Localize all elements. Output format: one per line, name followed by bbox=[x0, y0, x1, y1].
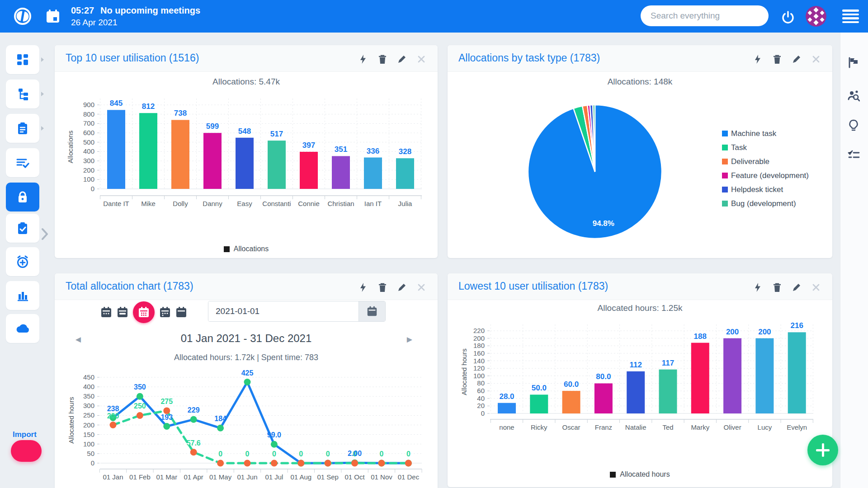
date-picker-button[interactable] bbox=[359, 301, 385, 321]
close-icon[interactable] bbox=[811, 54, 821, 65]
pie-legend-item[interactable]: Machine task bbox=[722, 127, 809, 141]
chart-legend[interactable]: Allocated hours bbox=[448, 470, 832, 479]
chart-subtitle: Allocations: 5.47k bbox=[55, 77, 438, 87]
svg-text:0: 0 bbox=[91, 185, 94, 192]
delete-trash-icon[interactable] bbox=[377, 282, 388, 293]
preset-calendar-quarter-icon[interactable] bbox=[158, 305, 172, 319]
sidebar-item-security-lock[interactable] bbox=[6, 183, 39, 211]
dashboard-grid-icon bbox=[16, 53, 29, 66]
edit-pencil-icon[interactable] bbox=[791, 54, 802, 65]
svg-text:180: 180 bbox=[473, 342, 485, 349]
svg-text:Julia: Julia bbox=[398, 200, 413, 207]
edit-pencil-icon[interactable] bbox=[396, 282, 407, 293]
svg-text:Mike: Mike bbox=[141, 200, 156, 207]
power-icon[interactable] bbox=[781, 10, 795, 24]
svg-text:350: 350 bbox=[83, 392, 94, 400]
svg-text:112: 112 bbox=[629, 361, 642, 369]
date-input[interactable] bbox=[208, 301, 359, 321]
svg-text:Franz: Franz bbox=[595, 423, 612, 431]
todo-tool-button[interactable] bbox=[844, 145, 863, 164]
svg-text:117: 117 bbox=[662, 359, 674, 367]
svg-text:01 Oct: 01 Oct bbox=[345, 473, 365, 481]
ideas-tool-button[interactable] bbox=[844, 117, 863, 135]
preset-calendar-day-icon[interactable] bbox=[99, 305, 113, 319]
quick-action-lightning-icon[interactable] bbox=[358, 282, 368, 293]
sidebar-item-projects-tree[interactable] bbox=[6, 80, 39, 108]
preset-calendar-month-active[interactable] bbox=[133, 301, 155, 323]
user-search-tool-button[interactable] bbox=[844, 87, 863, 105]
edit-pencil-icon[interactable] bbox=[396, 54, 407, 65]
quick-action-lightning-icon[interactable] bbox=[752, 54, 763, 65]
search-input[interactable] bbox=[641, 5, 769, 26]
clipboard-check-icon bbox=[16, 221, 29, 235]
card-title-link[interactable]: Allocations by task type (1783) bbox=[458, 52, 600, 64]
svg-text:Constanti: Constanti bbox=[262, 200, 291, 207]
svg-text:336: 336 bbox=[367, 147, 379, 155]
close-icon[interactable] bbox=[416, 282, 427, 293]
add-fab-button[interactable] bbox=[807, 435, 838, 465]
delete-trash-icon[interactable] bbox=[377, 54, 388, 65]
quick-action-lightning-icon[interactable] bbox=[752, 282, 763, 293]
app-logo-icon[interactable] bbox=[13, 6, 33, 26]
calendar-icon[interactable] bbox=[45, 9, 61, 24]
submenu-chevron-icon[interactable] bbox=[40, 91, 45, 97]
svg-text:0: 0 bbox=[272, 450, 276, 458]
chart-legend[interactable]: Allocations bbox=[55, 245, 438, 253]
delete-trash-icon[interactable] bbox=[772, 282, 783, 293]
submenu-chevron-icon[interactable] bbox=[40, 57, 45, 62]
import-fab-button[interactable] bbox=[11, 440, 42, 462]
pie-legend-item[interactable]: Helpdesk ticket bbox=[722, 183, 809, 197]
sidebar-expand-chevron-icon[interactable] bbox=[41, 227, 49, 241]
sidebar-item-cloud-storage[interactable] bbox=[6, 314, 39, 343]
sidebar-item-reports[interactable] bbox=[6, 281, 39, 310]
svg-text:150: 150 bbox=[83, 431, 94, 438]
svg-text:425: 425 bbox=[241, 369, 254, 377]
svg-text:351: 351 bbox=[335, 145, 347, 154]
import-link[interactable]: Import bbox=[13, 430, 37, 439]
menu-hamburger-icon[interactable] bbox=[842, 9, 859, 23]
edit-pencil-icon[interactable] bbox=[791, 282, 802, 293]
delete-trash-icon[interactable] bbox=[772, 54, 783, 65]
svg-text:Oliver: Oliver bbox=[724, 423, 741, 431]
legend-swatch bbox=[610, 472, 616, 478]
svg-text:120: 120 bbox=[473, 364, 485, 372]
svg-text:01 Jan: 01 Jan bbox=[103, 473, 123, 481]
sidebar-item-approvals[interactable] bbox=[6, 214, 39, 243]
calendar-icon bbox=[366, 305, 378, 317]
avatar[interactable] bbox=[806, 6, 826, 27]
svg-text:0: 0 bbox=[326, 450, 330, 458]
svg-text:Connie: Connie bbox=[298, 200, 320, 207]
preset-calendar-year-icon[interactable] bbox=[175, 305, 188, 319]
svg-text:99.0: 99.0 bbox=[267, 431, 281, 439]
quick-action-lightning-icon[interactable] bbox=[358, 54, 368, 65]
pie-legend-item[interactable]: Task bbox=[722, 141, 809, 155]
flags-tool-button[interactable] bbox=[844, 53, 863, 71]
pie-legend-item[interactable]: Bug (development) bbox=[722, 197, 809, 211]
svg-text:845: 845 bbox=[110, 99, 123, 108]
preset-calendar-week-icon[interactable] bbox=[116, 305, 129, 319]
svg-text:200: 200 bbox=[83, 421, 94, 429]
card-title-link[interactable]: Top 10 user utilisation (1516) bbox=[66, 52, 199, 64]
card-title-link[interactable]: Lowest 10 user utilisation (1783) bbox=[458, 280, 608, 292]
svg-text:160: 160 bbox=[473, 349, 485, 357]
svg-text:50: 50 bbox=[87, 450, 94, 457]
close-icon[interactable] bbox=[416, 54, 427, 65]
sidebar-item-time-tracking[interactable] bbox=[6, 247, 39, 276]
svg-text:0: 0 bbox=[245, 450, 250, 458]
sidebar-item-dashboard[interactable] bbox=[6, 45, 39, 74]
flag-icon bbox=[848, 56, 859, 68]
legend-label: Feature (development) bbox=[731, 171, 809, 180]
svg-text:0: 0 bbox=[218, 450, 222, 458]
close-icon[interactable] bbox=[811, 282, 821, 293]
lock-icon bbox=[16, 190, 29, 204]
sidebar-item-task-list[interactable] bbox=[6, 148, 39, 177]
card-title-link[interactable]: Total allocation chart (1783) bbox=[66, 280, 193, 292]
card-top10-utilisation: 0100200300400500600700800900845Dante IT8… bbox=[55, 45, 438, 258]
clock-time: 05:27 bbox=[71, 5, 94, 16]
submenu-chevron-icon[interactable] bbox=[40, 126, 45, 131]
sidebar-item-tasks-clipboard[interactable] bbox=[6, 114, 39, 143]
svg-text:0: 0 bbox=[481, 409, 485, 417]
pie-legend-item[interactable]: Feature (development) bbox=[722, 169, 809, 183]
svg-text:275: 275 bbox=[160, 398, 173, 405]
pie-legend-item[interactable]: Deliverable bbox=[722, 155, 809, 169]
